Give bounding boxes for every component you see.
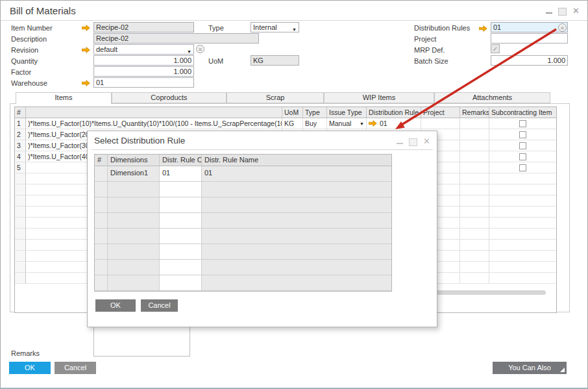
tab-scrap[interactable]: Scrap xyxy=(227,92,324,103)
subcontracting-checkbox[interactable] xyxy=(519,164,526,171)
dimensions-cell[interactable] xyxy=(108,197,160,213)
subcontracting-cell[interactable] xyxy=(489,229,556,240)
subcontracting-checkbox[interactable] xyxy=(519,120,526,127)
column-header-type[interactable]: Type xyxy=(303,107,327,118)
issue-type-cell[interactable]: Manual▼ xyxy=(327,118,367,129)
remarks-cell[interactable] xyxy=(460,207,489,218)
project-field[interactable] xyxy=(491,33,568,44)
uom-cell[interactable]: KG xyxy=(282,118,303,129)
maximize-icon[interactable] xyxy=(558,8,567,16)
column-header-number[interactable]: # xyxy=(15,107,26,118)
dimensions-cell[interactable] xyxy=(108,260,160,275)
you-can-also-button[interactable]: You Can Also xyxy=(493,362,567,374)
row-number-cell[interactable]: 4 xyxy=(15,151,26,162)
distribution-rule-cell[interactable]: 01 xyxy=(367,118,421,129)
row-number-cell[interactable] xyxy=(15,262,26,273)
minimize-icon[interactable] xyxy=(397,143,403,144)
row-number-cell[interactable] xyxy=(15,173,26,184)
ok-button[interactable]: OK xyxy=(9,362,51,374)
close-icon[interactable]: ✕ xyxy=(572,7,580,15)
row-number-cell[interactable] xyxy=(95,260,108,275)
maximize-icon[interactable] xyxy=(409,138,417,146)
remarks-cell[interactable] xyxy=(460,162,489,173)
description-field[interactable]: Recipe-02 xyxy=(93,33,259,44)
item-number-field[interactable]: Recipe-02 xyxy=(93,22,194,32)
dimensions-cell[interactable] xyxy=(108,213,160,229)
link-arrow-icon[interactable] xyxy=(479,25,487,32)
column-header-description[interactable] xyxy=(26,107,282,118)
subcontracting-cell[interactable] xyxy=(489,184,556,195)
uom-field[interactable]: KG xyxy=(251,55,299,66)
link-arrow-icon[interactable] xyxy=(82,47,90,53)
row-number-cell[interactable] xyxy=(95,182,108,197)
row-number-cell[interactable] xyxy=(15,273,26,284)
subcontracting-cell[interactable] xyxy=(489,140,556,151)
remarks-cell[interactable] xyxy=(460,173,489,184)
link-arrow-icon[interactable] xyxy=(369,120,377,127)
distr-rule-code-cell[interactable] xyxy=(160,182,202,197)
batch-size-field[interactable]: 1.000 xyxy=(491,55,568,66)
row-number-cell[interactable] xyxy=(15,240,26,251)
row-number-cell[interactable] xyxy=(95,229,108,244)
mrp-def-checkbox[interactable]: ✓ xyxy=(491,44,500,53)
subcontracting-cell[interactable] xyxy=(489,218,556,229)
chevron-down-icon[interactable]: ▼ xyxy=(360,121,364,126)
remarks-cell[interactable] xyxy=(460,273,489,284)
subcontracting-cell[interactable] xyxy=(489,195,556,207)
dialog-cancel-button[interactable]: Cancel xyxy=(141,299,178,312)
distr-rule-code-cell[interactable] xyxy=(160,213,202,229)
row-number-cell[interactable]: 5 xyxy=(15,162,26,173)
distr-rule-name-cell[interactable]: 01 xyxy=(202,166,391,182)
column-header-distr-rule-code[interactable]: Distr. Rule Code xyxy=(160,155,202,166)
remarks-cell[interactable] xyxy=(460,129,489,140)
subcontracting-cell[interactable] xyxy=(489,129,556,140)
subcontracting-cell[interactable] xyxy=(489,162,556,173)
distr-rule-code-cell[interactable] xyxy=(160,229,202,244)
row-number-cell[interactable] xyxy=(15,218,26,229)
row-number-cell[interactable] xyxy=(95,244,108,260)
dimensions-cell[interactable]: Dimension1 xyxy=(108,166,160,182)
subcontracting-cell[interactable] xyxy=(489,118,556,129)
distr-rule-name-cell[interactable] xyxy=(202,275,391,291)
link-arrow-icon[interactable] xyxy=(82,25,90,31)
dimensions-cell[interactable] xyxy=(108,229,160,244)
remarks-cell[interactable] xyxy=(460,262,489,273)
row-number-cell[interactable] xyxy=(95,166,108,182)
tab-attachments[interactable]: Attachments xyxy=(434,92,550,103)
column-header-distribution-rule[interactable]: Distribution Rule xyxy=(367,107,421,118)
quantity-field[interactable]: 1.000 xyxy=(93,55,194,66)
row-number-cell[interactable] xyxy=(15,251,26,262)
column-header-project[interactable]: Project xyxy=(421,107,460,118)
horizontal-scrollbar-thumb[interactable] xyxy=(429,290,546,295)
column-header-issue-type[interactable]: Issue Type xyxy=(327,107,367,118)
chevron-down-icon[interactable]: ▼ xyxy=(292,25,297,32)
distribution-rules-field[interactable]: 01 ≡ xyxy=(491,22,568,32)
row-number-cell[interactable] xyxy=(15,184,26,195)
distr-rule-code-cell[interactable] xyxy=(160,275,202,291)
dialog-ok-button[interactable]: OK xyxy=(95,299,136,312)
remarks-cell[interactable] xyxy=(460,151,489,162)
subcontracting-cell[interactable] xyxy=(489,151,556,162)
distr-rule-name-cell[interactable] xyxy=(202,244,391,260)
distr-rule-name-cell[interactable] xyxy=(202,213,391,229)
warehouse-field[interactable]: 01 xyxy=(93,77,194,88)
remarks-cell[interactable] xyxy=(460,195,489,207)
tab-items[interactable]: Items xyxy=(16,92,112,104)
cancel-button[interactable]: Cancel xyxy=(55,362,96,374)
subcontracting-cell[interactable] xyxy=(489,262,556,273)
factor-field[interactable]: 1.000 xyxy=(93,66,194,77)
column-header-remarks[interactable]: Remarks xyxy=(460,107,489,118)
subcontracting-cell[interactable] xyxy=(489,207,556,218)
tab-coproducts[interactable]: Coproducts xyxy=(112,92,227,103)
column-header-dimensions[interactable]: Dimensions xyxy=(108,155,160,166)
dimensions-cell[interactable] xyxy=(108,182,160,197)
remarks-cell[interactable] xyxy=(460,118,489,129)
distr-rule-name-cell[interactable] xyxy=(202,260,391,275)
row-number-cell[interactable] xyxy=(15,195,26,207)
subcontracting-checkbox[interactable] xyxy=(519,153,526,160)
distr-rule-code-cell[interactable] xyxy=(160,260,202,275)
chevron-down-icon[interactable]: ▼ xyxy=(187,47,191,55)
row-number-cell[interactable] xyxy=(15,207,26,218)
distr-rule-code-cell[interactable] xyxy=(160,244,202,260)
link-arrow-icon[interactable] xyxy=(82,80,90,86)
